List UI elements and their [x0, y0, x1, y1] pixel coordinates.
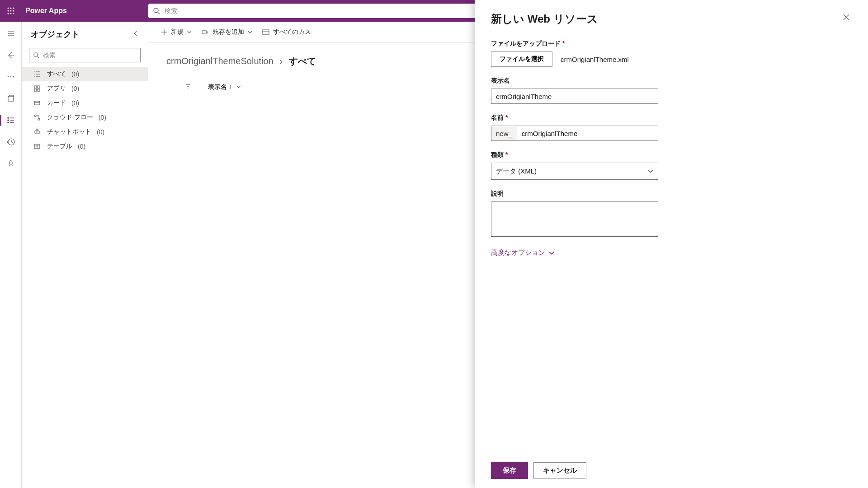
- chevron-down-icon: [236, 84, 241, 89]
- svg-point-2: [13, 8, 14, 9]
- svg-point-1: [10, 8, 12, 9]
- svg-point-21: [8, 120, 9, 121]
- card-icon: [33, 99, 42, 107]
- chevron-down-icon: [248, 30, 252, 34]
- type-select[interactable]: データ (XML): [491, 163, 658, 180]
- add-existing-icon: [202, 29, 209, 35]
- objects-sidebar: オブジェクト すべて (0) アプリ (0) カード (0) クラウド フロー …: [22, 22, 148, 488]
- type-label: 種類*: [491, 151, 852, 159]
- name-label: 名前*: [491, 114, 852, 122]
- app-title: Power Apps: [22, 7, 148, 15]
- sidebar-item-count: (0): [71, 70, 79, 78]
- breadcrumb-current: すべて: [289, 55, 316, 67]
- svg-point-7: [10, 13, 12, 14]
- svg-point-42: [34, 115, 36, 117]
- hamburger-icon[interactable]: [0, 24, 22, 42]
- history-icon[interactable]: [0, 133, 22, 151]
- svg-point-4: [10, 10, 12, 12]
- svg-rect-18: [8, 97, 14, 101]
- sidebar-item-tables[interactable]: テーブル (0): [22, 139, 148, 154]
- svg-point-8: [13, 13, 14, 14]
- choose-file-button[interactable]: ファイルを選択: [491, 52, 552, 67]
- svg-rect-39: [38, 89, 40, 91]
- svg-point-48: [38, 131, 38, 132]
- sidebar-item-count: (0): [71, 99, 79, 107]
- waffle-icon[interactable]: [0, 0, 22, 22]
- svg-point-3: [8, 10, 9, 12]
- svg-rect-36: [34, 86, 37, 88]
- plus-icon: [161, 29, 167, 35]
- chevron-down-icon: [549, 250, 554, 256]
- svg-rect-57: [263, 30, 269, 34]
- svg-line-29: [38, 56, 39, 58]
- list-icon[interactable]: [0, 111, 22, 129]
- collapse-sidebar-icon[interactable]: [132, 30, 139, 38]
- name-input-group: new_: [491, 126, 658, 141]
- sidebar-item-label: クラウド フロー: [47, 113, 93, 122]
- search-icon: [33, 52, 39, 58]
- description-input[interactable]: [491, 202, 658, 237]
- column-display-name[interactable]: 表示名 ↑: [208, 83, 241, 91]
- display-name-input[interactable]: [491, 89, 658, 104]
- all-icon: [33, 70, 42, 78]
- sidebar-item-label: アプリ: [47, 84, 66, 93]
- sidebar-item-all[interactable]: すべて (0): [22, 67, 148, 81]
- new-web-resource-drawer: 新しい Web リソース ファイルをアップロード* ファイルを選択 crmOri…: [475, 0, 868, 488]
- chevron-down-icon: [187, 30, 192, 34]
- breadcrumb-separator: ›: [280, 56, 283, 66]
- selected-file-name: crmOrigianlTheme.xml: [561, 56, 629, 63]
- window-icon: [262, 29, 269, 35]
- sidebar-search-input[interactable]: [39, 52, 137, 59]
- sidebar-item-chatbots[interactable]: チャットボット (0): [22, 125, 148, 139]
- svg-line-10: [158, 12, 160, 14]
- svg-rect-54: [202, 30, 206, 34]
- sidebar-search[interactable]: [29, 48, 141, 62]
- svg-point-23: [8, 122, 9, 123]
- svg-point-19: [8, 117, 9, 118]
- close-icon[interactable]: [841, 12, 852, 24]
- apps-icon: [33, 85, 42, 92]
- display-name-label: 表示名: [491, 77, 852, 85]
- name-input[interactable]: [517, 126, 658, 141]
- more-icon[interactable]: [0, 68, 22, 86]
- svg-point-0: [8, 8, 9, 9]
- back-icon[interactable]: [0, 46, 22, 64]
- type-value: データ (XML): [496, 167, 537, 176]
- all-customizations-button[interactable]: すべてのカス: [262, 28, 311, 36]
- sidebar-item-count: (0): [97, 128, 104, 136]
- svg-rect-37: [38, 86, 40, 88]
- sidebar-item-count: (0): [71, 85, 79, 92]
- table-icon: [33, 143, 42, 150]
- save-button[interactable]: 保存: [491, 462, 528, 479]
- name-prefix: new_: [491, 126, 517, 141]
- sort-icon[interactable]: [184, 83, 192, 91]
- new-button[interactable]: 新規: [161, 28, 192, 36]
- svg-point-17: [13, 76, 14, 78]
- svg-line-27: [11, 142, 13, 143]
- chevron-down-icon: [648, 169, 653, 174]
- svg-point-9: [154, 8, 158, 13]
- drawer-title: 新しい Web リソース: [491, 12, 841, 26]
- cancel-button[interactable]: キャンセル: [533, 462, 586, 479]
- sidebar-item-cards[interactable]: カード (0): [22, 96, 148, 110]
- sidebar-item-flows[interactable]: クラウド フロー (0): [22, 110, 148, 125]
- svg-rect-40: [34, 101, 40, 105]
- add-existing-button[interactable]: 既存を追加: [202, 28, 252, 36]
- toolbar-label: 新規: [171, 28, 184, 36]
- package-icon[interactable]: [0, 89, 22, 108]
- breadcrumb-root[interactable]: crmOrigianlThemeSolution: [166, 56, 274, 66]
- svg-point-28: [34, 53, 38, 57]
- sidebar-item-apps[interactable]: アプリ (0): [22, 81, 148, 96]
- svg-rect-44: [35, 131, 39, 134]
- svg-point-16: [10, 76, 11, 78]
- upload-label: ファイルをアップロード*: [491, 40, 852, 48]
- rocket-icon[interactable]: [0, 155, 22, 173]
- description-label: 説明: [491, 190, 852, 198]
- svg-rect-38: [34, 89, 37, 91]
- svg-point-6: [8, 13, 9, 14]
- sidebar-title: オブジェクト: [31, 29, 132, 40]
- svg-point-47: [36, 131, 36, 132]
- svg-point-43: [38, 118, 40, 120]
- sidebar-item-label: すべて: [47, 70, 66, 78]
- advanced-options-toggle[interactable]: 高度なオプション: [491, 249, 852, 257]
